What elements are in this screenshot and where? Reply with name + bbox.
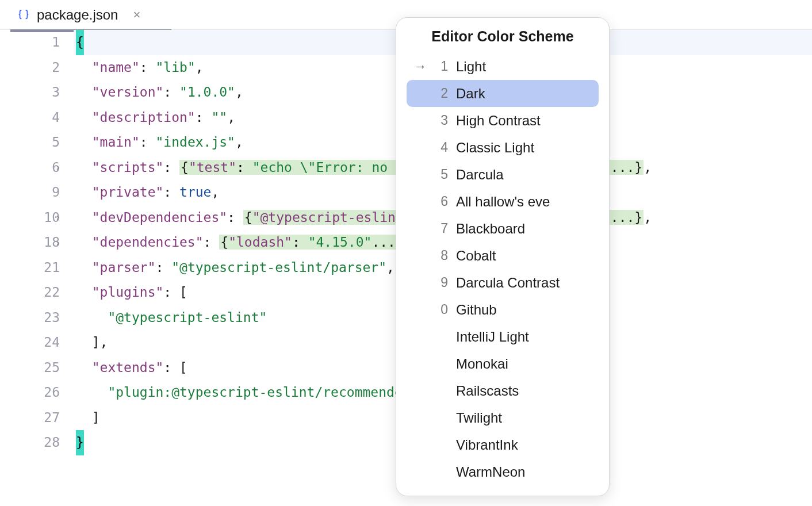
option-shortcut-number: 8 [436, 248, 448, 263]
folded-region[interactable]: {"lodash": "4.15.0"...} [219, 235, 405, 250]
line-number: 1 [0, 30, 60, 55]
option-shortcut-number: 0 [436, 302, 448, 317]
line-number: 22 [0, 280, 60, 305]
color-scheme-option[interactable]: 2Dark [407, 80, 599, 107]
line-number: 10› [0, 205, 60, 231]
option-label: Twilight [456, 410, 502, 426]
option-label: Monokai [456, 356, 508, 372]
color-scheme-option[interactable]: 6All hallow's eve [407, 188, 599, 215]
line-number: 28 [0, 430, 60, 455]
option-shortcut-number: 4 [436, 140, 448, 155]
line-number: 27 [0, 405, 60, 431]
color-scheme-option[interactable]: 8Cobalt [407, 242, 599, 269]
line-number: 18› [0, 230, 60, 255]
chevron-right-icon[interactable]: › [55, 155, 61, 181]
color-scheme-option[interactable]: Railscasts [407, 377, 599, 404]
option-label: Cobalt [456, 248, 496, 264]
option-shortcut-number: 6 [436, 194, 448, 209]
color-scheme-option[interactable]: 5Darcula [407, 161, 599, 188]
chevron-right-icon[interactable]: › [55, 205, 61, 231]
file-tab[interactable]: package.json × [10, 0, 147, 29]
popup-list: →1Light2Dark3High Contrast4Classic Light… [396, 53, 609, 485]
option-shortcut-number: 5 [436, 167, 448, 182]
option-label: Dark [456, 86, 485, 102]
line-number: 2 [0, 55, 60, 80]
option-label: Darcula [456, 167, 504, 183]
option-label: All hallow's eve [456, 194, 550, 210]
popup-title: Editor Color Scheme [396, 18, 609, 53]
color-scheme-option[interactable]: VibrantInk [407, 431, 599, 458]
option-shortcut-number: 1 [436, 59, 448, 74]
chevron-right-icon[interactable]: › [55, 230, 61, 255]
color-scheme-option[interactable]: 4Classic Light [407, 134, 599, 161]
line-number: 21 [0, 255, 60, 281]
line-number-gutter: 123456›910›18›2122232425262728 [0, 30, 74, 455]
arrow-right-icon: → [412, 59, 428, 74]
color-scheme-option[interactable]: →1Light [407, 53, 599, 80]
color-scheme-option[interactable]: IntelliJ Light [407, 323, 599, 350]
line-number: 23 [0, 305, 60, 331]
option-shortcut-number: 9 [436, 275, 448, 290]
option-label: Darcula Contrast [456, 275, 560, 291]
tab-filename: package.json [37, 7, 118, 23]
braces-icon [17, 9, 30, 21]
color-scheme-popup: Editor Color Scheme →1Light2Dark3High Co… [396, 17, 610, 496]
option-label: Light [456, 59, 486, 75]
option-label: WarmNeon [456, 464, 525, 480]
line-number: 5 [0, 130, 60, 155]
option-label: High Contrast [456, 113, 541, 129]
option-shortcut-number: 3 [436, 113, 448, 128]
line-number: 3 [0, 80, 60, 105]
line-number: 4 [0, 105, 60, 131]
line-number: 9 [0, 180, 60, 205]
option-label: Classic Light [456, 140, 534, 156]
option-shortcut-number: 7 [436, 221, 448, 236]
option-label: Github [456, 302, 497, 318]
option-label: Blackboard [456, 221, 525, 237]
color-scheme-option[interactable]: Monokai [407, 350, 599, 377]
line-number: 26 [0, 380, 60, 405]
color-scheme-option[interactable]: WarmNeon [407, 458, 599, 485]
option-label: VibrantInk [456, 437, 518, 453]
color-scheme-option[interactable]: 7Blackboard [407, 215, 599, 242]
color-scheme-option[interactable]: 3High Contrast [407, 107, 599, 134]
line-number: 6› [0, 155, 60, 181]
close-icon[interactable]: × [133, 9, 140, 21]
option-label: Railscasts [456, 383, 519, 399]
option-shortcut-number: 2 [436, 86, 448, 101]
color-scheme-option[interactable]: Twilight [407, 404, 599, 431]
line-number: 25 [0, 355, 60, 381]
color-scheme-option[interactable]: 0Github [407, 296, 599, 323]
line-number: 24 [0, 330, 60, 355]
color-scheme-option[interactable]: 9Darcula Contrast [407, 269, 599, 296]
option-label: IntelliJ Light [456, 329, 529, 345]
